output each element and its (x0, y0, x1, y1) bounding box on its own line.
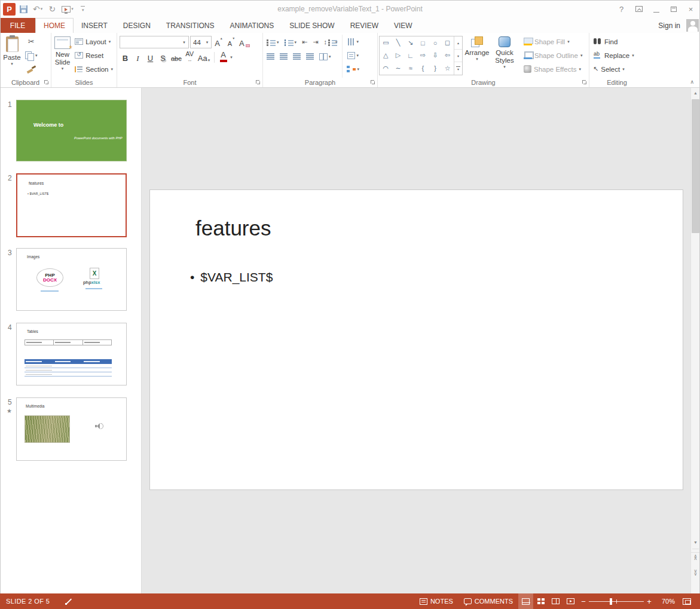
comments-toggle-button[interactable]: COMMENTS (458, 593, 518, 609)
scroll-down-button[interactable]: ▼ (691, 537, 700, 547)
collapse-ribbon-button[interactable]: ∧ (690, 79, 694, 85)
find-button[interactable]: Find (591, 35, 643, 48)
slide-3-thumbnail[interactable]: Images PHP DOCX X phpxlsx (16, 248, 127, 311)
fit-slide-button[interactable] (677, 593, 696, 609)
shape-option[interactable]: ∼ (392, 62, 405, 75)
change-case-button[interactable]: Aa▾ (197, 51, 211, 63)
tab-design[interactable]: DESIGN (115, 18, 158, 33)
sign-in-link[interactable]: Sign in (658, 22, 680, 30)
select-button[interactable]: ↖Select▾ (591, 62, 643, 76)
tab-file[interactable]: FILE (0, 18, 35, 33)
previous-slide-button[interactable]: ∧∧ (691, 552, 700, 562)
clear-formatting-button[interactable]: A (238, 36, 251, 48)
shape-option[interactable]: ╲ (392, 36, 405, 49)
notes-toggle-button[interactable]: NOTES (414, 593, 458, 609)
quick-styles-button[interactable]: Quick Styles ▾ (491, 35, 518, 78)
shape-option[interactable]: } (429, 62, 442, 75)
slide-title-textbox[interactable]: features (195, 216, 271, 240)
shapes-more-button[interactable]: ▾ (454, 62, 462, 75)
paste-button[interactable]: Paste ▾ (1, 35, 23, 78)
underline-button[interactable]: U (145, 51, 156, 63)
shrink-font-button[interactable]: A▾ (225, 36, 237, 48)
tab-animations[interactable]: ANIMATIONS (222, 18, 282, 33)
undo-button[interactable]: ↶▾ (31, 2, 44, 16)
ribbon-display-options-button[interactable] (630, 1, 647, 17)
shape-option[interactable]: ⇩ (429, 49, 442, 62)
scroll-up-button[interactable]: ▲ (691, 88, 700, 98)
zoom-percentage[interactable]: 70% (655, 598, 677, 605)
bold-button[interactable]: B (120, 51, 131, 63)
normal-view-button[interactable] (518, 593, 533, 609)
convert-to-smartart-button[interactable]: ▾ (344, 62, 362, 76)
shape-option[interactable]: ☆ (441, 62, 454, 75)
tab-insert[interactable]: INSERT (74, 18, 115, 33)
redo-button[interactable]: ↻ (45, 2, 59, 16)
tab-slide-show[interactable]: SLIDE SHOW (282, 18, 342, 33)
start-slideshow-button[interactable]: ▾ (60, 2, 75, 16)
columns-button[interactable]: ▾ (317, 50, 334, 63)
font-size-combo[interactable]: 44 ▾ (190, 36, 212, 48)
justify-button[interactable] (304, 50, 316, 63)
user-avatar[interactable] (686, 19, 699, 32)
align-text-button[interactable]: ▾ (344, 48, 362, 62)
slide-4-thumbnail[interactable]: Tables (16, 323, 127, 385)
new-slide-button[interactable]: New Slide ▾ (53, 35, 72, 78)
text-direction-button[interactable]: ▾ (344, 35, 362, 48)
scrollbar-thumb[interactable] (692, 99, 699, 233)
tab-view[interactable]: VIEW (386, 18, 420, 33)
slide-canvas[interactable]: features • $VAR_LIST$ (149, 189, 683, 490)
shape-option[interactable]: ◻ (441, 36, 454, 49)
align-center-button[interactable] (277, 50, 290, 63)
increase-indent-button[interactable]: ⇥ (310, 35, 320, 49)
slide-show-view-button[interactable] (563, 593, 578, 609)
numbering-button[interactable]: ▾ (282, 35, 299, 49)
shape-option[interactable]: ⇨ (417, 49, 429, 62)
slide-1-thumbnail[interactable]: Welcome to PowerPoint documents with PHP (16, 100, 127, 161)
arrange-button[interactable]: Arrange ▾ (463, 35, 491, 78)
slide-body-textbox[interactable]: • $VAR_LIST$ (190, 270, 273, 284)
layout-button[interactable]: Layout▾ (72, 35, 115, 48)
format-painter-button[interactable] (23, 62, 40, 76)
slide-editor-area[interactable]: features • $VAR_LIST$ (142, 88, 690, 593)
align-right-button[interactable] (291, 50, 303, 63)
shape-option[interactable]: ∟ (404, 49, 417, 62)
zoom-out-button[interactable]: − (578, 593, 589, 609)
copy-button[interactable]: ▾ (23, 48, 40, 62)
character-spacing-button[interactable]: AV↔ (184, 51, 195, 63)
slide-sorter-view-button[interactable] (533, 593, 548, 609)
tab-review[interactable]: REVIEW (343, 18, 386, 33)
slide-indicator[interactable]: SLIDE 2 OF 5 (6, 598, 50, 605)
font-dialog-launcher[interactable] (255, 79, 261, 85)
shape-fill-button[interactable]: Shape Fill▾ (521, 35, 585, 48)
shape-option[interactable]: { (417, 62, 429, 75)
shape-option[interactable]: ↘ (404, 36, 417, 49)
shape-outline-button[interactable]: Shape Outline▾ (521, 48, 585, 62)
bullets-button[interactable]: ▾ (264, 35, 282, 49)
font-color-button[interactable]: A (218, 51, 229, 63)
next-slide-button[interactable]: ∨∨ (691, 568, 700, 578)
clipboard-dialog-launcher[interactable] (43, 79, 50, 85)
shape-option[interactable]: ⇦ (441, 49, 454, 62)
shape-option[interactable]: ▷ (392, 49, 405, 62)
align-left-button[interactable] (264, 50, 277, 63)
shapes-scroll-up-button[interactable]: ▴ (454, 36, 462, 50)
line-spacing-button[interactable]: ↕▾ (321, 35, 340, 49)
decrease-indent-button[interactable]: ⇤ (299, 35, 310, 49)
reset-button[interactable]: Reset (72, 48, 115, 62)
zoom-slider-thumb[interactable] (610, 598, 612, 605)
shape-option[interactable]: □ (417, 36, 429, 49)
tab-transitions[interactable]: TRANSITIONS (158, 18, 222, 33)
maximize-button[interactable] (665, 1, 682, 17)
strikethrough-button[interactable]: abc (170, 51, 183, 63)
reading-view-button[interactable] (548, 593, 563, 609)
slide-5-thumbnail[interactable]: Multimedia (16, 397, 127, 461)
spell-check-button[interactable] (65, 593, 73, 609)
shape-option[interactable]: ○ (429, 36, 442, 49)
replace-button[interactable]: Replace▾ (591, 48, 643, 62)
font-name-combo[interactable]: ▾ (120, 36, 189, 48)
shape-option[interactable]: ▭ (380, 36, 392, 49)
shapes-scroll-down-button[interactable]: ▾ (454, 50, 462, 63)
shape-option[interactable]: △ (380, 49, 392, 62)
text-shadow-button[interactable]: S (157, 51, 169, 63)
customize-qat-button[interactable]: ▾ (77, 2, 90, 16)
